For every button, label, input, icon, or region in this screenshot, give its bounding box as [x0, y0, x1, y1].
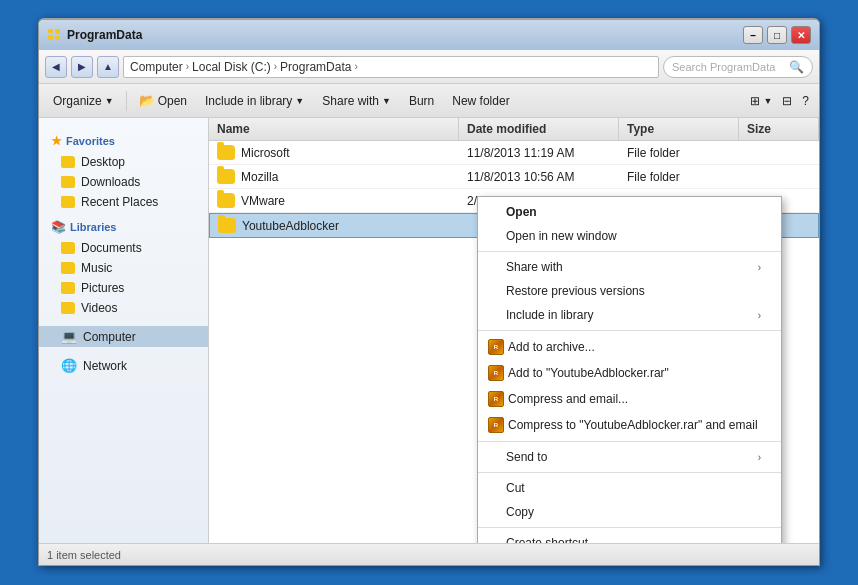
- ctx-separator-sep5: [478, 527, 781, 528]
- forward-button[interactable]: ▶: [71, 56, 93, 78]
- ctx-item-open_new_window[interactable]: Open in new window: [478, 224, 781, 248]
- ctx-item-compress_email[interactable]: RCompress and email...: [478, 386, 781, 412]
- include-library-button[interactable]: Include in library ▼: [197, 89, 312, 113]
- ctx-label-open: Open: [506, 205, 537, 219]
- title-bar: ProgramData – □ ✕: [39, 20, 819, 50]
- sidebar-item-videos[interactable]: Videos: [39, 298, 208, 318]
- breadcrumb-dropdown[interactable]: ›: [354, 61, 357, 72]
- burn-label: Burn: [409, 94, 434, 108]
- pictures-icon: [61, 282, 75, 294]
- ctx-item-create_shortcut[interactable]: Create shortcut: [478, 531, 781, 543]
- sidebar-item-music[interactable]: Music: [39, 258, 208, 278]
- ctx-item-copy[interactable]: Copy: [478, 500, 781, 524]
- ctx-separator-sep4: [478, 472, 781, 473]
- column-headers: Name Date modified Type Size: [209, 118, 819, 141]
- ctx-item-add_rar[interactable]: RAdd to "YoutubeAdblocker.rar": [478, 360, 781, 386]
- search-placeholder: Search ProgramData: [672, 61, 775, 73]
- share-with-label: Share with: [322, 94, 379, 108]
- ctx-label-include_library: Include in library: [506, 308, 593, 322]
- back-button[interactable]: ◀: [45, 56, 67, 78]
- close-button[interactable]: ✕: [791, 26, 811, 44]
- toolbar: Organize ▼ 📂 Open Include in library ▼ S…: [39, 84, 819, 118]
- col-date[interactable]: Date modified: [459, 118, 619, 140]
- ctx-label-share_with: Share with: [506, 260, 563, 274]
- svg-rect-1: [48, 35, 53, 40]
- ctx-item-open[interactable]: Open: [478, 200, 781, 224]
- file-name-vmware: VMware: [209, 189, 459, 212]
- col-type[interactable]: Type: [619, 118, 739, 140]
- minimize-button[interactable]: –: [743, 26, 763, 44]
- ctx-separator-sep1: [478, 251, 781, 252]
- file-type-microsoft: File folder: [619, 141, 739, 164]
- mozilla-folder-icon: [217, 169, 235, 184]
- layout-button[interactable]: ⊟: [778, 89, 796, 113]
- rar-icon-compress_email: R: [488, 391, 504, 407]
- share-with-button[interactable]: Share with ▼: [314, 89, 399, 113]
- sidebar-spacer2: [39, 347, 208, 355]
- svg-rect-0: [48, 29, 53, 33]
- vmware-folder-icon: [217, 193, 235, 208]
- sidebar-item-network[interactable]: 🌐 Network: [39, 355, 208, 376]
- breadcrumb-computer[interactable]: Computer: [130, 60, 183, 74]
- breadcrumb-program-data[interactable]: ProgramData: [280, 60, 351, 74]
- sidebar: ★ Favorites Desktop Downloads Recent Pla…: [39, 118, 209, 543]
- file-area: Name Date modified Type Size Microsoft 1…: [209, 118, 819, 543]
- organize-chevron: ▼: [105, 96, 114, 106]
- youtubeadblocker-folder-icon: [218, 218, 236, 233]
- file-name-microsoft: Microsoft: [209, 141, 459, 164]
- rar-icon-add_rar: R: [488, 365, 504, 381]
- sidebar-item-desktop[interactable]: Desktop: [39, 152, 208, 172]
- explorer-window: ProgramData – □ ✕ ◀ ▶ ▲ Computer › Local…: [38, 18, 820, 566]
- ctx-label-open_new_window: Open in new window: [506, 229, 617, 243]
- view-chevron: ▼: [763, 96, 772, 106]
- organize-button[interactable]: Organize ▼: [45, 89, 122, 113]
- file-name-youtubeadblocker: YoutubeAdblocker: [210, 214, 460, 237]
- window-icon: [47, 28, 61, 42]
- breadcrumb-local-disk[interactable]: Local Disk (C:): [192, 60, 271, 74]
- file-row-microsoft[interactable]: Microsoft 11/8/2013 11:19 AM File folder: [209, 141, 819, 165]
- file-date-mozilla: 11/8/2013 10:56 AM: [459, 165, 619, 188]
- downloads-icon: [61, 176, 75, 188]
- sidebar-spacer: [39, 318, 208, 326]
- sidebar-item-pictures[interactable]: Pictures: [39, 278, 208, 298]
- favorites-header: ★ Favorites: [39, 126, 208, 152]
- up-button[interactable]: ▲: [97, 56, 119, 78]
- file-date-microsoft: 11/8/2013 11:19 AM: [459, 141, 619, 164]
- new-folder-button[interactable]: New folder: [444, 89, 517, 113]
- toolbar-sep1: [126, 91, 127, 111]
- computer-icon: 💻: [61, 329, 77, 344]
- search-bar[interactable]: Search ProgramData 🔍: [663, 56, 813, 78]
- ctx-item-restore_prev[interactable]: Restore previous versions: [478, 279, 781, 303]
- ctx-arrow-share_with: ›: [758, 262, 761, 273]
- ctx-item-compress_rar_email[interactable]: RCompress to "YoutubeAdblocker.rar" and …: [478, 412, 781, 438]
- breadcrumb-bar[interactable]: Computer › Local Disk (C:) › ProgramData…: [123, 56, 659, 78]
- ctx-item-include_library[interactable]: Include in library›: [478, 303, 781, 327]
- open-button[interactable]: 📂 Open: [131, 89, 195, 113]
- status-bar: 1 item selected: [39, 543, 819, 565]
- search-icon[interactable]: 🔍: [789, 60, 804, 74]
- col-size[interactable]: Size: [739, 118, 819, 140]
- sidebar-item-recent-places[interactable]: Recent Places: [39, 192, 208, 212]
- sidebar-item-computer[interactable]: 💻 Computer: [39, 326, 208, 347]
- help-button[interactable]: ?: [798, 89, 813, 113]
- file-row-mozilla[interactable]: Mozilla 11/8/2013 10:56 AM File folder: [209, 165, 819, 189]
- ctx-label-compress_rar_email: Compress to "YoutubeAdblocker.rar" and e…: [508, 418, 758, 432]
- ctx-item-send_to[interactable]: Send to›: [478, 445, 781, 469]
- sidebar-item-downloads[interactable]: Downloads: [39, 172, 208, 192]
- sidebar-item-documents[interactable]: Documents: [39, 238, 208, 258]
- ctx-separator-sep3: [478, 441, 781, 442]
- ctx-item-add_archive[interactable]: RAdd to archive...: [478, 334, 781, 360]
- maximize-button[interactable]: □: [767, 26, 787, 44]
- ctx-label-compress_email: Compress and email...: [508, 392, 628, 406]
- svg-rect-2: [55, 29, 60, 34]
- ctx-label-create_shortcut: Create shortcut: [506, 536, 588, 543]
- ctx-item-cut[interactable]: Cut: [478, 476, 781, 500]
- burn-button[interactable]: Burn: [401, 89, 442, 113]
- open-label: Open: [158, 94, 187, 108]
- libraries-header: 📚 Libraries: [39, 212, 208, 238]
- col-name[interactable]: Name: [209, 118, 459, 140]
- star-icon: ★: [51, 134, 62, 148]
- ctx-item-share_with[interactable]: Share with›: [478, 255, 781, 279]
- view-button[interactable]: ⊞ ▼: [746, 89, 776, 113]
- window-controls: – □ ✕: [743, 26, 811, 44]
